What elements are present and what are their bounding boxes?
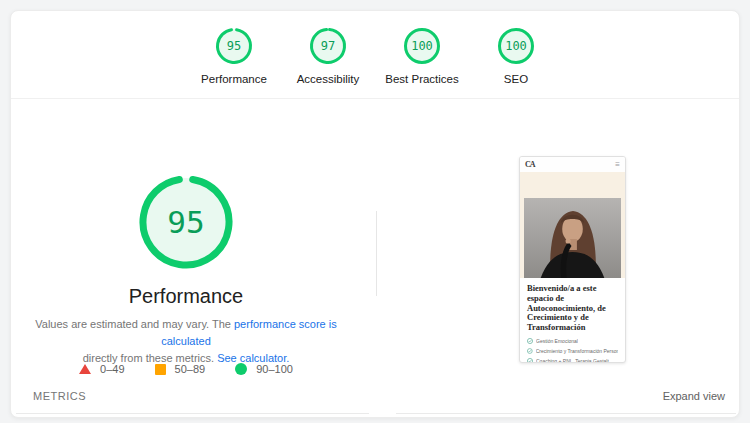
screenshot-site-header: CA ≡	[520, 157, 625, 172]
score-value: 100	[403, 27, 441, 65]
score-label: Best Practices	[385, 73, 459, 85]
score-scale-legend: 0–49 50–89 90–100	[11, 363, 361, 375]
list-item: Crecimiento y Transformación Personal	[527, 348, 618, 354]
expand-view-button[interactable]: Expand view	[663, 390, 725, 402]
check-circle-icon	[527, 338, 533, 344]
score-label: Performance	[201, 73, 267, 85]
legend-item-average: 50–89	[155, 363, 206, 375]
score-label: SEO	[504, 73, 528, 85]
score-label: Accessibility	[297, 73, 360, 85]
final-screenshot-thumbnail[interactable]: CA ≡	[519, 156, 626, 363]
list-item-text: Gestión Emocional	[536, 338, 578, 344]
column-divider	[376, 211, 377, 296]
disclaimer-text: Values are estimated and may vary. The	[35, 318, 234, 330]
performance-gauge-small: 95	[215, 27, 253, 65]
seo-gauge-small: 100	[497, 27, 535, 65]
green-circle-icon	[235, 363, 247, 375]
score-value: 95	[215, 27, 253, 65]
screenshot-welcome-heading: Bienvenido/a a este espacio de Autoconoc…	[520, 278, 625, 336]
metrics-left-column-divider	[16, 413, 369, 414]
metrics-right-column-divider	[396, 413, 736, 414]
list-item: Coaching + PNL. Terapia Gestalt	[527, 358, 618, 363]
scores-summary-row: 95 Performance 97 Accessibility 100	[11, 11, 739, 99]
list-item-text: Crecimiento y Transformación Personal	[536, 348, 618, 354]
list-item: Gestión Emocional	[527, 338, 618, 344]
score-link-accessibility[interactable]: 97 Accessibility	[282, 27, 374, 85]
lighthouse-report-card: 95 Performance 97 Accessibility 100	[10, 10, 740, 418]
screenshot-hero-section	[520, 172, 625, 278]
check-circle-icon	[527, 358, 533, 363]
orange-square-icon	[155, 364, 166, 375]
metrics-section-header: METRICS	[33, 390, 86, 402]
score-value: 100	[497, 27, 535, 65]
score-link-performance[interactable]: 95 Performance	[188, 27, 280, 85]
score-value: 97	[309, 27, 347, 65]
performance-score-value: 95	[138, 174, 234, 270]
woman-portrait-photo	[524, 198, 621, 278]
red-triangle-icon	[79, 364, 91, 374]
legend-range: 0–49	[100, 363, 124, 375]
legend-range: 90–100	[256, 363, 293, 375]
check-circle-icon	[527, 348, 533, 354]
list-item-text: Coaching + PNL. Terapia Gestalt	[536, 358, 609, 363]
legend-range: 50–89	[175, 363, 206, 375]
accessibility-gauge-small: 97	[309, 27, 347, 65]
performance-section-title: Performance	[11, 285, 361, 308]
performance-disclaimer: Values are estimated and may vary. The p…	[21, 316, 351, 367]
performance-gauge-large: 95	[138, 174, 234, 270]
hamburger-menu-icon: ≡	[615, 161, 620, 169]
legend-item-pass: 90–100	[235, 363, 293, 375]
legend-item-fail: 0–49	[79, 363, 124, 375]
screenshot-feature-list: Gestión Emocional Crecimiento y Transfor…	[520, 336, 625, 363]
site-logo: CA	[525, 160, 535, 169]
score-link-seo[interactable]: 100 SEO	[470, 27, 562, 85]
score-link-best-practices[interactable]: 100 Best Practices	[376, 27, 468, 85]
best-practices-gauge-small: 100	[403, 27, 441, 65]
